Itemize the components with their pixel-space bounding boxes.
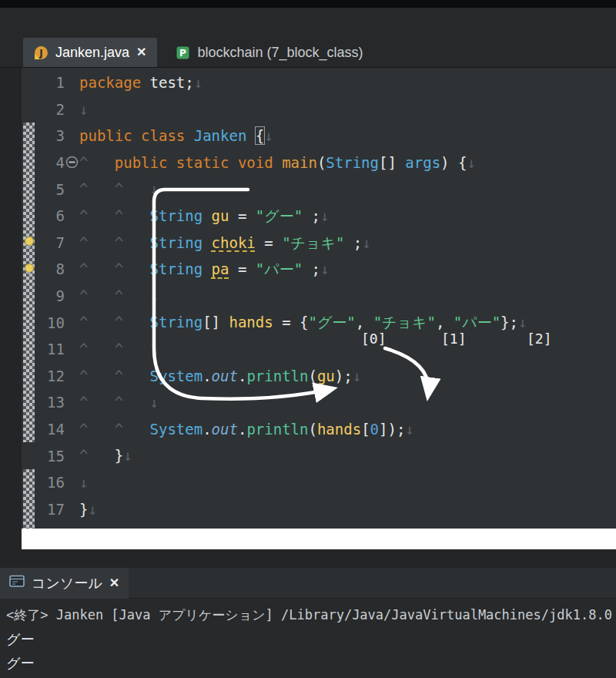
console-icon: [9, 575, 25, 591]
line-number: 17: [22, 501, 65, 518]
code-line[interactable]: 1package test;↓: [22, 69, 616, 96]
array-index-annotation: [0]: [361, 331, 387, 347]
fold-collapse-icon[interactable]: [65, 156, 79, 172]
svg-text:P: P: [180, 48, 187, 59]
editor-tab-bar: J Janken.java ✕ P blockchain (7_block_cl…: [0, 8, 616, 68]
code-text: ^ public static void main(String[] args)…: [65, 149, 476, 176]
line-number: 11: [22, 341, 65, 357]
project-icon: P: [176, 45, 190, 60]
console-tab-bar: コンソール ✕: [0, 568, 616, 599]
line-number: 5: [22, 181, 65, 198]
tab-label: blockchain (7_block_class): [197, 45, 363, 61]
line-number: 13: [22, 394, 65, 411]
code-line[interactable]: 7^ ^ String choki = "チョキ" ;↓: [22, 230, 616, 257]
code-text: ↓: [65, 469, 88, 496]
line-number: 14: [22, 421, 65, 438]
window-top-strip: [0, 0, 616, 8]
close-icon[interactable]: ✕: [136, 46, 146, 59]
console-output-line: <終了> Janken [Java アプリケーション] /Library/Jav…: [6, 603, 610, 627]
console-output-line: グー: [6, 651, 610, 675]
line-number: 10: [22, 314, 65, 331]
code-text: ^ }↓: [65, 442, 132, 469]
code-line[interactable]: 16↓: [22, 469, 616, 496]
line-number: 4: [22, 154, 65, 171]
code-line[interactable]: 9^ ^ ↓: [22, 283, 616, 310]
console-output-line: グー: [6, 627, 610, 651]
svg-text:J: J: [38, 48, 42, 59]
array-index-annotation: [2]: [527, 331, 552, 347]
line-number: 1: [22, 74, 65, 91]
tab-label: Janken.java: [55, 45, 129, 61]
warning-lightbulb-icon[interactable]: [23, 236, 37, 252]
code-line[interactable]: 6^ ^ String gu = "グー" ;↓: [22, 203, 616, 230]
code-text: ^ ^ System.out.println(gu);↓: [65, 363, 361, 390]
horizontal-scrollbar[interactable]: [22, 529, 616, 549]
code-line[interactable]: 4^ public static void main(String[] args…: [22, 149, 616, 176]
code-line[interactable]: 3public class Janken {↓: [22, 123, 616, 149]
code-text: public class Janken {↓: [65, 123, 273, 149]
java-file-icon: J: [34, 45, 49, 60]
code-lines: 1package test;↓2↓3public class Janken {↓…: [22, 69, 616, 522]
console-tab-label: コンソール: [32, 574, 102, 592]
console-output[interactable]: <終了> Janken [Java アプリケーション] /Library/Jav…: [0, 599, 616, 678]
editor-left-margin: [0, 68, 22, 568]
warning-lightbulb-icon[interactable]: [23, 263, 37, 279]
code-line[interactable]: 14^ ^ System.out.println(hands[0]);↓: [22, 416, 616, 443]
code-text: ^ ^ System.out.println(hands[0]);↓: [65, 416, 414, 443]
close-icon[interactable]: ✕: [109, 577, 119, 589]
code-text: ↓: [65, 96, 88, 123]
code-text: ^ ^ String pa = "パー" ;↓: [65, 256, 330, 283]
code-text: ^ ^ ↓: [65, 176, 159, 203]
line-number: 3: [22, 127, 65, 144]
code-text: ^ ^ String gu = "グー" ;↓: [65, 203, 330, 230]
code-text: ^ ^ ↓: [65, 389, 159, 416]
line-number: 2: [22, 101, 65, 118]
code-line[interactable]: 12^ ^ System.out.println(gu);↓: [22, 363, 616, 390]
line-number: 6: [22, 207, 65, 224]
code-text: }↓: [65, 496, 97, 523]
code-line[interactable]: 13^ ^ ↓: [22, 389, 616, 416]
line-number: 15: [22, 448, 65, 465]
code-line[interactable]: 5^ ^ ↓: [22, 176, 616, 203]
line-number: 16: [22, 474, 65, 491]
array-index-annotation: [1]: [441, 331, 467, 347]
code-line[interactable]: 17}↓: [22, 496, 616, 523]
code-line[interactable]: 2↓: [22, 96, 616, 123]
code-text: ^ ^ String choki = "チョキ" ;↓: [65, 230, 371, 257]
code-text: ^ ^ ↓: [65, 336, 159, 363]
tab-console[interactable]: コンソール ✕: [0, 568, 129, 599]
code-line[interactable]: 15^ }↓: [22, 442, 616, 469]
tab-blockchain[interactable]: P blockchain (7_block_class): [165, 38, 373, 67]
code-text: ^ ^ ↓: [65, 283, 159, 310]
code-text: package test;↓: [65, 69, 203, 96]
line-number: 12: [22, 368, 65, 384]
tab-janken-java[interactable]: J Janken.java ✕: [23, 38, 157, 67]
console-lines: <終了> Janken [Java アプリケーション] /Library/Jav…: [0, 599, 616, 675]
line-number: 9: [22, 287, 65, 304]
code-line[interactable]: 8^ ^ String pa = "パー" ;↓: [22, 256, 616, 283]
